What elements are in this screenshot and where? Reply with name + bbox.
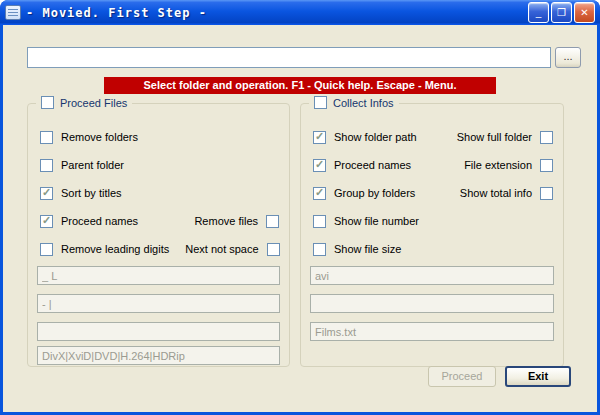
proceed-files-group: Proceed Files Remove folders Parent fold… — [27, 103, 290, 367]
proceed-names-checkbox[interactable] — [40, 215, 53, 228]
remove-files-label: Remove files — [194, 215, 258, 227]
remove-folders-label: Remove folders — [61, 131, 138, 143]
parent-folder-label: Parent folder — [61, 159, 124, 171]
exit-button[interactable]: Exit — [505, 366, 571, 387]
file-extension-checkbox[interactable] — [540, 159, 553, 172]
row-proceed-names-collect: Proceed names File extension — [313, 158, 553, 172]
collect-infos-group-title: Collect Infos — [309, 96, 399, 109]
row-sort-by-titles: Sort by titles — [40, 186, 279, 200]
show-total-info-label: Show total info — [460, 187, 532, 199]
file-extension-label: File extension — [464, 159, 532, 171]
proceed-names-collect-checkbox[interactable] — [313, 159, 326, 172]
remove-files-checkbox[interactable] — [266, 215, 279, 228]
row-group-by-folders: Group by folders Show total info — [313, 186, 553, 200]
proceed-names-collect-label: Proceed names — [334, 159, 411, 171]
app-icon — [5, 5, 21, 20]
remove-folders-checkbox[interactable] — [40, 131, 53, 144]
sort-by-titles-label: Sort by titles — [61, 187, 122, 199]
separator-pattern-field-1[interactable] — [37, 266, 280, 285]
show-full-folder-label: Show full folder — [457, 131, 532, 143]
browse-button[interactable]: ... — [555, 47, 581, 68]
row-show-file-size: Show file size — [313, 242, 553, 256]
app-window: - Movied. First Step - _ ❐ ✕ ... Select … — [0, 0, 600, 415]
codec-filter-field[interactable] — [37, 346, 280, 365]
row-show-file-number: Show file number — [313, 214, 553, 228]
next-not-space-checkbox[interactable] — [267, 243, 280, 256]
remove-leading-digits-checkbox[interactable] — [40, 243, 53, 256]
collect-infos-group-checkbox[interactable] — [314, 96, 327, 109]
show-file-number-checkbox[interactable] — [313, 215, 326, 228]
separator-pattern-field-3[interactable] — [37, 322, 280, 341]
show-full-folder-checkbox[interactable] — [540, 131, 553, 144]
show-total-info-checkbox[interactable] — [540, 187, 553, 200]
separator-pattern-field-2[interactable] — [37, 294, 280, 313]
group-by-folders-checkbox[interactable] — [313, 187, 326, 200]
row-remove-folders: Remove folders — [40, 130, 279, 144]
proceed-files-group-title: Proceed Files — [36, 96, 132, 109]
extension-filter-field[interactable] — [310, 266, 554, 285]
row-remove-leading-digits: Remove leading digits Next not space — [40, 242, 279, 256]
collect-infos-group: Collect Infos Show folder path Show full… — [300, 103, 564, 367]
show-file-size-checkbox[interactable] — [313, 243, 326, 256]
window-controls: _ ❐ ✕ — [528, 2, 595, 23]
window-title: - Movied. First Step - — [26, 6, 523, 20]
show-folder-path-checkbox[interactable] — [313, 131, 326, 144]
window-content: ... Select folder and operation. F1 - Qu… — [3, 25, 597, 412]
proceed-files-group-label: Proceed Files — [60, 97, 127, 109]
show-file-number-label: Show file number — [334, 215, 419, 227]
row-parent-folder: Parent folder — [40, 158, 279, 172]
sort-by-titles-checkbox[interactable] — [40, 187, 53, 200]
row-show-folder-path: Show folder path Show full folder — [313, 130, 553, 144]
show-folder-path-label: Show folder path — [334, 131, 417, 143]
parent-folder-checkbox[interactable] — [40, 159, 53, 172]
extra-filter-field[interactable] — [310, 294, 554, 313]
next-not-space-label: Next not space — [185, 243, 258, 255]
row-proceed-names: Proceed names Remove files — [40, 214, 279, 228]
close-button[interactable]: ✕ — [574, 2, 595, 23]
collect-infos-group-label: Collect Infos — [333, 97, 394, 109]
group-by-folders-label: Group by folders — [334, 187, 415, 199]
maximize-button[interactable]: ❐ — [551, 2, 572, 23]
proceed-button[interactable]: Proceed — [428, 366, 496, 387]
minimize-button[interactable]: _ — [528, 2, 549, 23]
output-file-field[interactable] — [310, 322, 554, 341]
show-file-size-label: Show file size — [334, 243, 401, 255]
remove-leading-digits-label: Remove leading digits — [61, 243, 169, 255]
help-banner: Select folder and operation. F1 - Quick … — [104, 77, 496, 94]
folder-path-input[interactable] — [27, 47, 551, 68]
titlebar: - Movied. First Step - _ ❐ ✕ — [0, 0, 600, 25]
proceed-files-group-checkbox[interactable] — [41, 96, 54, 109]
proceed-names-label: Proceed names — [61, 215, 138, 227]
